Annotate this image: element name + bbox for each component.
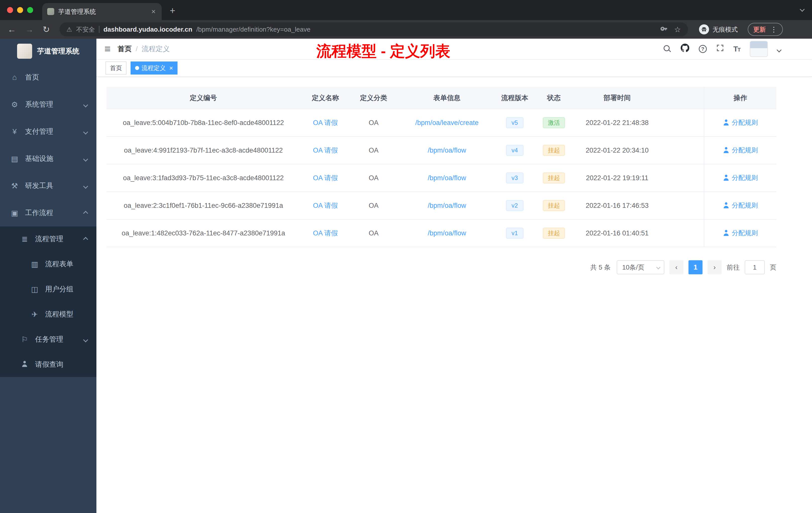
sidebar-item-task-manage[interactable]: 任务管理 xyxy=(0,327,96,352)
definition-name-link[interactable]: OA 请假 xyxy=(313,147,338,154)
status-badge: 挂起 xyxy=(543,173,565,183)
tag-close-icon[interactable] xyxy=(169,65,173,71)
update-button[interactable]: 更新 xyxy=(748,23,783,36)
new-tab-button[interactable] xyxy=(167,5,178,16)
chevron-down-icon xyxy=(84,100,87,109)
security-label[interactable]: 不安全 xyxy=(76,25,95,34)
pagination: 共 5 条 10条/页 1 前往 页 xyxy=(107,260,776,274)
chevron-down-icon xyxy=(84,182,87,190)
sidebar-item-process-model[interactable]: 流程模型 xyxy=(0,302,96,327)
fullscreen-icon[interactable] xyxy=(716,44,724,54)
version-badge: v4 xyxy=(506,145,523,156)
col-definition-id: 定义编号 xyxy=(107,87,300,109)
back-button[interactable] xyxy=(4,24,20,35)
assign-rule-link[interactable]: 分配规则 xyxy=(723,229,758,237)
address-bar[interactable]: 不安全 dashboard.yudao.iocoder.cn/bpm/manag… xyxy=(59,22,688,36)
version-badge: v3 xyxy=(506,173,523,183)
definition-id: oa_leave:3:1fad3d93-7b75-11ec-a3c8-acde4… xyxy=(107,164,300,192)
sidebar-toggle-icon[interactable] xyxy=(105,44,111,54)
assign-rule-link[interactable]: 分配规则 xyxy=(723,174,758,182)
tab-strip: 芋道管理系统 xyxy=(0,0,812,20)
sidebar-item-devtools[interactable]: 研发工具 xyxy=(0,172,96,199)
col-actions: 操作 xyxy=(704,87,776,109)
font-size-icon[interactable]: TT xyxy=(733,45,740,53)
sidebar-item-home[interactable]: 首页 xyxy=(0,64,96,91)
browser-tab[interactable]: 芋道管理系统 xyxy=(42,3,162,20)
form-link[interactable]: /bpm/oa/flow xyxy=(428,147,466,154)
definition-name-link[interactable]: OA 请假 xyxy=(313,230,338,237)
form-link[interactable]: /bpm/oa/flow xyxy=(428,174,466,182)
dashboard-icon xyxy=(10,73,19,82)
assign-rule-link[interactable]: 分配规则 xyxy=(723,118,758,127)
sidebar-item-user-group[interactable]: 用户分组 xyxy=(0,277,96,302)
deploy-time: 2022-01-22 19:19:11 xyxy=(576,164,659,192)
window-minimize-button[interactable] xyxy=(17,7,23,13)
forward-button[interactable] xyxy=(22,24,37,35)
page-1-button[interactable]: 1 xyxy=(689,260,702,274)
breadcrumb-separator: / xyxy=(136,45,138,53)
app-logo[interactable]: 芋道管理系统 xyxy=(0,39,96,64)
browser-toolbar: 不安全 dashboard.yudao.iocoder.cn/bpm/manag… xyxy=(0,20,812,39)
table-row: oa_leave:1:482ec033-762a-11ec-8477-a2380… xyxy=(107,219,776,247)
bookmark-star-icon[interactable] xyxy=(674,25,681,34)
person-icon xyxy=(723,230,729,236)
status-badge: 激活 xyxy=(543,117,565,128)
form-link[interactable]: /bpm/oa/flow xyxy=(428,202,466,209)
col-process-version: 流程版本 xyxy=(497,87,532,109)
paper-plane-icon xyxy=(30,310,39,319)
status-badge: 挂起 xyxy=(543,228,565,239)
tab-search-chevron-icon[interactable] xyxy=(801,4,804,13)
chevron-up-icon xyxy=(84,235,87,243)
browser-menu-icon[interactable] xyxy=(770,25,777,34)
definition-id: oa_leave:1:482ec033-762a-11ec-8477-a2380… xyxy=(107,219,300,247)
avatar[interactable] xyxy=(750,41,768,57)
definition-name-link[interactable]: OA 请假 xyxy=(313,202,338,209)
next-page-button[interactable] xyxy=(707,260,722,274)
tab-favicon-icon xyxy=(47,8,54,15)
github-icon[interactable] xyxy=(681,44,689,54)
help-icon[interactable]: ? xyxy=(699,45,707,53)
process-list-icon xyxy=(20,235,29,243)
tab-close-icon[interactable] xyxy=(150,7,157,16)
search-icon[interactable] xyxy=(664,45,671,53)
sidebar-item-payment[interactable]: 支付管理 xyxy=(0,118,96,145)
tab-title: 芋道管理系统 xyxy=(58,7,146,16)
window-close-button[interactable] xyxy=(7,7,13,13)
person-icon xyxy=(20,360,29,369)
password-key-icon[interactable] xyxy=(660,25,668,34)
table-row: oa_leave:4:991f2193-7b7f-11ec-a3c8-acde4… xyxy=(107,137,776,164)
prev-page-button[interactable] xyxy=(669,260,684,274)
sidebar-item-system[interactable]: 系统管理 xyxy=(0,91,96,118)
window-zoom-button[interactable] xyxy=(27,7,33,13)
col-definition-category: 定义分类 xyxy=(350,87,397,109)
definition-id: oa_leave:4:991f2193-7b7f-11ec-a3c8-acde4… xyxy=(107,137,300,164)
goto-page-input[interactable] xyxy=(745,260,765,274)
security-warning-icon xyxy=(66,26,72,33)
definition-category: OA xyxy=(350,219,397,247)
form-link[interactable]: /bpm/oa/leave/create xyxy=(415,119,478,126)
tag-home[interactable]: 首页 xyxy=(106,61,126,74)
sidebar-item-workflow[interactable]: 工作流程 xyxy=(0,199,96,227)
sidebar-item-leave-query[interactable]: 请假查询 xyxy=(0,352,96,377)
reload-button[interactable] xyxy=(39,24,54,35)
assign-rule-link[interactable]: 分配规则 xyxy=(723,201,758,210)
sidebar-item-process-form[interactable]: 流程表单 xyxy=(0,251,96,277)
gear-icon xyxy=(10,100,19,109)
page-size-select[interactable]: 10条/页 xyxy=(617,260,664,274)
sidebar-item-infrastructure[interactable]: 基础设施 xyxy=(0,145,96,172)
chevron-down-icon xyxy=(84,127,87,135)
breadcrumb-home[interactable]: 首页 xyxy=(118,44,132,54)
pagination-total: 共 5 条 xyxy=(590,263,611,272)
tag-process-definition[interactable]: 流程定义 xyxy=(130,61,177,74)
form-link[interactable]: /bpm/oa/flow xyxy=(428,230,466,237)
deploy-time: 2022-01-16 01:40:51 xyxy=(576,219,659,247)
avatar-caret-icon[interactable] xyxy=(777,44,781,54)
definition-name-link[interactable]: OA 请假 xyxy=(313,174,338,182)
definition-category: OA xyxy=(350,164,397,192)
sidebar: 芋道管理系统 首页 系统管理 支付管理 基础设施 xyxy=(0,39,96,513)
assign-rule-link[interactable]: 分配规则 xyxy=(723,146,758,155)
definition-name-link[interactable]: OA 请假 xyxy=(313,119,338,126)
goto-label: 前往 xyxy=(727,263,740,272)
breadcrumb: 首页 / 流程定义 xyxy=(118,44,170,54)
sidebar-item-process-manage[interactable]: 流程管理 xyxy=(0,227,96,251)
